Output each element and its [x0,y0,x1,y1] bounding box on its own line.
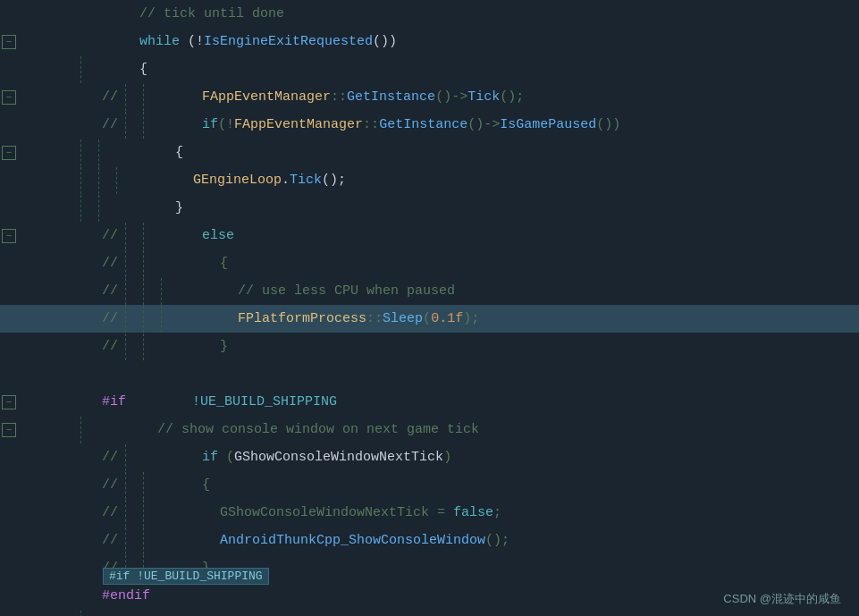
gutter-15: − [0,395,54,409]
gutter-13 [0,340,54,354]
fold-btn-6[interactable]: − [2,146,16,160]
code-line-13: // } [0,333,859,360]
gutter-12 [0,312,54,326]
gutter-9: − [0,229,54,243]
gutter-5 [0,118,54,132]
gutter-4: − [0,90,54,105]
code-editor: // tick until done − while (!IsEngineExi… [0,0,859,616]
gutter-8 [0,201,54,215]
fold-btn-9[interactable]: − [2,229,16,243]
gutter-17 [0,451,54,465]
gutter-7 [0,173,54,188]
gutter-10 [0,257,54,271]
gutter-2: − [0,35,54,49]
gutter-20 [0,534,54,548]
gutter-3 [0,63,54,77]
gutter-6: − [0,146,54,160]
gutter-14 [0,367,54,382]
gutter-21 [0,561,54,576]
fold-btn-16[interactable]: − [2,423,16,437]
gutter-1 [0,7,54,21]
fold-btn-4[interactable]: − [2,90,16,105]
gutter-18 [0,478,54,493]
fold-btn-15[interactable]: − [2,395,16,409]
code-line-23: } [0,610,859,616]
watermark: CSDN @混迹中的咸鱼 [723,591,841,607]
gutter-11 [0,284,54,299]
gutter-22 [0,589,54,603]
fold-btn-2[interactable]: − [2,35,16,49]
tooltip-box: #if !UE_BUILD_SHIPPING [103,568,269,585]
gutter-19 [0,506,54,520]
gutter-16: − [0,423,54,437]
